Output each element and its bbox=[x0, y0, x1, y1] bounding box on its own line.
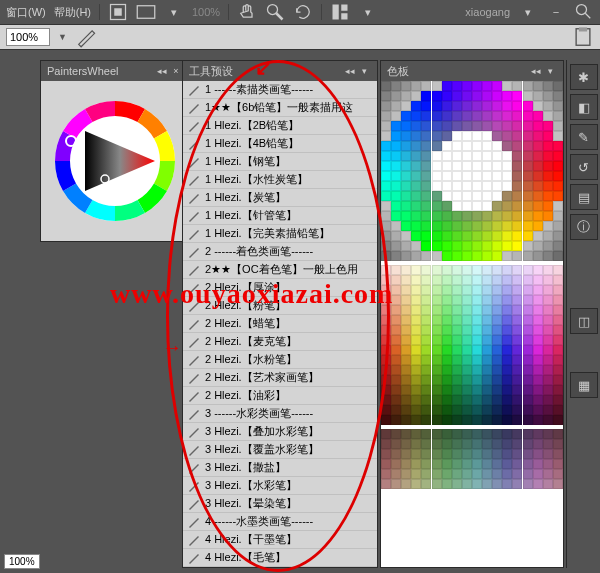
swatch-cell[interactable] bbox=[432, 459, 442, 469]
swatch-cell[interactable] bbox=[502, 375, 512, 385]
swatch-cell[interactable] bbox=[381, 221, 391, 231]
swatch-cell[interactable] bbox=[512, 101, 522, 111]
tool-preset-item[interactable]: 1 ------素描类画笔------ bbox=[183, 81, 377, 99]
swatch-cell[interactable] bbox=[411, 429, 421, 439]
swatch-cell[interactable] bbox=[381, 275, 391, 285]
swatch-cell[interactable] bbox=[411, 335, 421, 345]
swatch-cell[interactable] bbox=[482, 121, 492, 131]
tool-presets-list[interactable]: 1 ------素描类画笔------1★★【6b铅笔】一般素描用这1 Hlez… bbox=[183, 81, 377, 567]
swatch-cell[interactable] bbox=[472, 429, 482, 439]
swatch-cell[interactable] bbox=[462, 365, 472, 375]
swatch-cell[interactable] bbox=[432, 429, 442, 439]
swatch-cell[interactable] bbox=[472, 449, 482, 459]
swatch-cell[interactable] bbox=[492, 171, 502, 181]
swatch-cell[interactable] bbox=[543, 459, 553, 469]
swatch-cell[interactable] bbox=[462, 231, 472, 241]
swatch-cell[interactable] bbox=[411, 345, 421, 355]
swatch-cell[interactable] bbox=[533, 355, 543, 365]
swatch-cell[interactable] bbox=[432, 449, 442, 459]
swatch-cell[interactable] bbox=[411, 221, 421, 231]
swatch-cell[interactable] bbox=[442, 131, 452, 141]
swatch-cell[interactable] bbox=[391, 315, 401, 325]
swatch-cell[interactable] bbox=[411, 251, 421, 261]
swatch-cell[interactable] bbox=[401, 121, 411, 131]
swatch-cell[interactable] bbox=[482, 305, 492, 315]
swatch-cell[interactable] bbox=[411, 91, 421, 101]
swatch-cell[interactable] bbox=[401, 405, 411, 415]
swatch-cell[interactable] bbox=[492, 355, 502, 365]
swatch-cell[interactable] bbox=[512, 365, 522, 375]
swatch-cell[interactable] bbox=[472, 345, 482, 355]
swatch-cell[interactable] bbox=[462, 211, 472, 221]
swatch-cell[interactable] bbox=[472, 275, 482, 285]
swatch-cell[interactable] bbox=[432, 365, 442, 375]
swatch-cell[interactable] bbox=[472, 265, 482, 275]
swatch-cell[interactable] bbox=[523, 131, 533, 141]
swatch-cell[interactable] bbox=[553, 81, 563, 91]
swatch-cell[interactable] bbox=[543, 265, 553, 275]
swatch-cell[interactable] bbox=[482, 375, 492, 385]
swatch-cell[interactable] bbox=[512, 285, 522, 295]
swatch-cell[interactable] bbox=[533, 101, 543, 111]
swatch-cell[interactable] bbox=[442, 479, 452, 489]
tool-preset-item[interactable]: 1 Hlezi.【4B铅笔】 bbox=[183, 135, 377, 153]
swatch-cell[interactable] bbox=[452, 91, 462, 101]
swatch-cell[interactable] bbox=[381, 305, 391, 315]
swatch-cell[interactable] bbox=[523, 111, 533, 121]
swatch-cell[interactable] bbox=[492, 111, 502, 121]
swatch-cell[interactable] bbox=[401, 395, 411, 405]
swatch-cell[interactable] bbox=[533, 439, 543, 449]
swatch-cell[interactable] bbox=[553, 429, 563, 439]
swatch-cell[interactable] bbox=[533, 111, 543, 121]
swatch-cell[interactable] bbox=[391, 459, 401, 469]
swatch-cell[interactable] bbox=[543, 385, 553, 395]
swatch-cell[interactable] bbox=[502, 111, 512, 121]
swatch-cell[interactable] bbox=[512, 295, 522, 305]
swatch-cell[interactable] bbox=[432, 101, 442, 111]
panel-collapse-icon[interactable]: ◂◂ bbox=[155, 64, 169, 78]
swatch-cell[interactable] bbox=[553, 181, 563, 191]
swatch-cell[interactable] bbox=[391, 161, 401, 171]
swatch-cell[interactable] bbox=[442, 405, 452, 415]
swatch-cell[interactable] bbox=[523, 305, 533, 315]
swatch-cell[interactable] bbox=[512, 265, 522, 275]
tool-preset-item[interactable]: 1 Hlezi.【2B铅笔】 bbox=[183, 117, 377, 135]
swatch-cell[interactable] bbox=[421, 439, 431, 449]
swatch-cell[interactable] bbox=[472, 305, 482, 315]
swatch-cell[interactable] bbox=[502, 201, 512, 211]
swatch-cell[interactable] bbox=[401, 181, 411, 191]
swatch-cell[interactable] bbox=[462, 81, 472, 91]
swatch-cell[interactable] bbox=[492, 315, 502, 325]
swatch-cell[interactable] bbox=[462, 161, 472, 171]
swatch-cell[interactable] bbox=[452, 131, 462, 141]
minimize-icon[interactable]: − bbox=[546, 2, 566, 22]
swatch-cell[interactable] bbox=[523, 365, 533, 375]
swatch-cell[interactable] bbox=[502, 221, 512, 231]
swatch-cell[interactable] bbox=[401, 449, 411, 459]
swatch-cell[interactable] bbox=[452, 469, 462, 479]
swatch-cell[interactable] bbox=[533, 151, 543, 161]
swatch-cell[interactable] bbox=[432, 295, 442, 305]
swatch-cell[interactable] bbox=[401, 469, 411, 479]
swatch-cell[interactable] bbox=[512, 161, 522, 171]
swatch-cell[interactable] bbox=[553, 305, 563, 315]
swatch-cell[interactable] bbox=[512, 151, 522, 161]
swatch-cell[interactable] bbox=[391, 385, 401, 395]
swatch-cell[interactable] bbox=[472, 395, 482, 405]
swatch-cell[interactable] bbox=[472, 385, 482, 395]
swatch-cell[interactable] bbox=[512, 221, 522, 231]
swatch-cell[interactable] bbox=[543, 405, 553, 415]
swatch-cell[interactable] bbox=[492, 201, 502, 211]
swatch-cell[interactable] bbox=[553, 295, 563, 305]
swatch-cell[interactable] bbox=[492, 181, 502, 191]
swatch-cell[interactable] bbox=[381, 181, 391, 191]
swatch-cell[interactable] bbox=[502, 385, 512, 395]
swatch-cell[interactable] bbox=[411, 449, 421, 459]
swatch-cell[interactable] bbox=[391, 131, 401, 141]
swatch-cell[interactable] bbox=[543, 91, 553, 101]
swatch-cell[interactable] bbox=[512, 191, 522, 201]
swatch-cell[interactable] bbox=[492, 295, 502, 305]
swatch-cell[interactable] bbox=[512, 91, 522, 101]
swatch-cell[interactable] bbox=[492, 305, 502, 315]
swatch-cell[interactable] bbox=[543, 305, 553, 315]
